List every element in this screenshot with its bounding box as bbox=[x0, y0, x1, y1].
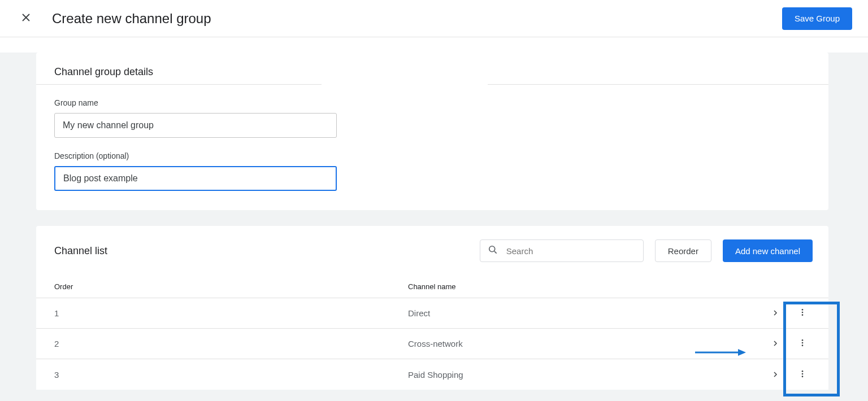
description-field: Description (optional) bbox=[54, 151, 813, 191]
expand-row-button[interactable] bbox=[769, 337, 782, 351]
save-group-button[interactable]: Save Group bbox=[782, 7, 852, 30]
cell-name: Direct bbox=[408, 308, 769, 318]
cell-order: 3 bbox=[52, 370, 408, 380]
row-actions bbox=[769, 368, 813, 381]
col-order-header: Order bbox=[52, 282, 408, 291]
svg-point-3 bbox=[802, 312, 804, 313]
more-vert-icon bbox=[798, 338, 807, 349]
description-input[interactable] bbox=[54, 166, 337, 191]
svg-point-0 bbox=[489, 246, 494, 252]
content-area: Channel group details Group name Descrip… bbox=[0, 53, 868, 401]
group-name-input[interactable] bbox=[54, 113, 337, 138]
add-new-channel-button[interactable]: Add new channel bbox=[723, 239, 813, 262]
page-title: Create new channel group bbox=[52, 11, 211, 27]
row-menu-button[interactable] bbox=[796, 307, 809, 320]
row-actions bbox=[769, 337, 813, 351]
search-box[interactable] bbox=[480, 239, 644, 262]
svg-point-6 bbox=[802, 342, 804, 344]
svg-point-5 bbox=[802, 339, 804, 341]
description-label: Description (optional) bbox=[54, 151, 813, 160]
channel-list-tools: Reorder Add new channel bbox=[480, 239, 813, 262]
reorder-button[interactable]: Reorder bbox=[655, 239, 711, 262]
group-name-field: Group name bbox=[54, 98, 813, 138]
expand-row-button[interactable] bbox=[769, 307, 782, 320]
chevron-right-icon bbox=[772, 339, 779, 348]
svg-point-10 bbox=[802, 376, 804, 377]
channel-list-title: Channel list bbox=[54, 245, 107, 257]
chevron-right-icon bbox=[772, 370, 779, 380]
expand-row-button[interactable] bbox=[769, 368, 782, 381]
cell-name: Cross-network bbox=[408, 339, 769, 348]
table-row: 3 Paid Shopping bbox=[36, 359, 828, 390]
svg-point-2 bbox=[802, 309, 804, 311]
table-row: 2 Cross-network bbox=[36, 329, 828, 359]
row-menu-button[interactable] bbox=[796, 337, 809, 351]
channel-list-card: Channel list Reorder Add new channel Ord… bbox=[36, 226, 828, 390]
svg-line-1 bbox=[494, 251, 497, 254]
svg-point-4 bbox=[802, 314, 804, 316]
more-vert-icon bbox=[798, 369, 807, 380]
row-menu-button[interactable] bbox=[796, 368, 809, 381]
top-bar: Create new channel group Save Group bbox=[0, 0, 868, 37]
more-vert-icon bbox=[798, 308, 807, 319]
table-header: Order Channel name bbox=[36, 276, 828, 298]
close-button[interactable] bbox=[16, 8, 36, 29]
row-actions bbox=[769, 307, 813, 320]
group-name-label: Group name bbox=[54, 98, 813, 107]
col-name-header: Channel name bbox=[408, 282, 813, 291]
cell-name: Paid Shopping bbox=[408, 370, 769, 380]
cell-order: 1 bbox=[52, 308, 408, 318]
channel-list-header: Channel list Reorder Add new channel bbox=[36, 239, 828, 276]
close-icon bbox=[21, 12, 31, 25]
table-row: 1 Direct bbox=[36, 298, 828, 329]
chevron-right-icon bbox=[772, 308, 779, 318]
top-bar-left: Create new channel group bbox=[16, 8, 211, 29]
svg-point-8 bbox=[802, 371, 804, 372]
details-section-title: Channel group details bbox=[54, 66, 813, 78]
channel-table: Order Channel name 1 Direct 2 Cross-netw… bbox=[36, 276, 828, 390]
channel-group-details-card: Channel group details Group name Descrip… bbox=[36, 53, 828, 210]
svg-point-7 bbox=[802, 345, 804, 346]
search-input[interactable] bbox=[505, 246, 636, 256]
search-icon bbox=[487, 244, 498, 258]
cell-order: 2 bbox=[52, 339, 408, 348]
svg-point-9 bbox=[802, 373, 804, 374]
